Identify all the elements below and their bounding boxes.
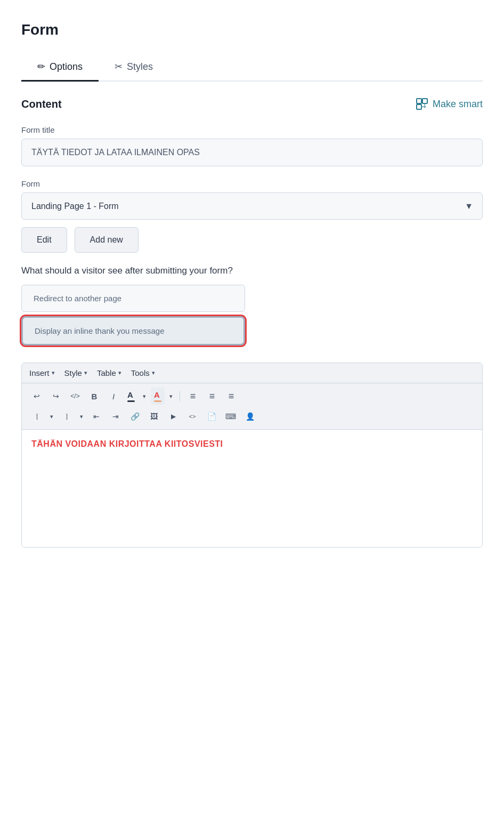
tab-styles[interactable]: ✂ Styles [99, 54, 169, 82]
embed-code-button[interactable]: <> [184, 408, 201, 425]
menu-style[interactable]: Style ▾ [64, 368, 87, 377]
content-header: Content Make smart [21, 98, 483, 110]
video-button[interactable]: ▶ [165, 408, 182, 425]
tools-arrow: ▾ [152, 369, 155, 376]
form-title-input[interactable] [21, 139, 483, 166]
bold-button[interactable]: B [86, 388, 103, 405]
tab-options-label: Options [50, 61, 83, 73]
editor-menubar: Insert ▾ Style ▾ Table ▾ Tools ▾ [22, 363, 482, 383]
ul-arrow[interactable]: ▾ [47, 408, 56, 425]
toolbar-row-1: ↩ ↪ </> B I A ▾ A ▾ ≡ ≡ [28, 388, 476, 405]
font-color-button[interactable]: A [124, 388, 138, 405]
file-button[interactable]: 📄 [203, 408, 220, 425]
editor-content[interactable]: TÄHÄN VOIDAAN KIRJOITTAA KIITOSVIESTI [22, 430, 482, 547]
link-button[interactable]: 🔗 [126, 408, 143, 425]
tab-styles-label: Styles [127, 61, 153, 73]
redo-button[interactable]: ↪ [47, 388, 64, 405]
italic-button[interactable]: I [105, 388, 122, 405]
page-title: Form [21, 21, 483, 38]
form-title-label: Form title [21, 125, 483, 134]
svg-rect-2 [417, 104, 421, 109]
table-arrow: ▾ [118, 369, 121, 376]
insert-arrow: ▾ [52, 369, 55, 376]
editor-text: TÄHÄN VOIDAAN KIRJOITTAA KIITOSVIESTI [31, 439, 473, 449]
svg-rect-1 [422, 99, 427, 103]
options-icon: ✏ [37, 61, 45, 73]
ordered-list-button[interactable]: ⁞ [58, 408, 75, 425]
after-submit-section: What should a visitor see after submitti… [21, 266, 483, 350]
tab-options[interactable]: ✏ Options [21, 54, 99, 82]
inline-option-label: Display an inline thank you message [35, 326, 164, 335]
form-select-wrapper: Landing Page 1 - Form Landing Page Form … [21, 192, 483, 220]
tabs-container: ✏ Options ✂ Styles [21, 54, 483, 82]
svg-rect-0 [417, 99, 421, 103]
make-smart-label: Make smart [433, 99, 483, 110]
highlight-arrow[interactable]: ▾ [167, 388, 175, 405]
redirect-option[interactable]: Redirect to another page [21, 285, 245, 312]
form-buttons: Edit Add new [21, 227, 483, 253]
form-select[interactable]: Landing Page 1 - Form Landing Page Form … [21, 192, 483, 220]
unordered-list-button[interactable]: ⁞ [28, 408, 45, 425]
styles-icon: ✂ [115, 61, 123, 73]
align-center-button[interactable]: ≡ [204, 388, 221, 405]
form-select-label: Form [21, 179, 483, 188]
image-button[interactable]: 🖼 [145, 408, 162, 425]
menu-insert[interactable]: Insert ▾ [29, 368, 55, 377]
content-label: Content [21, 98, 62, 110]
highlight-button[interactable]: A [151, 388, 165, 405]
menu-tools[interactable]: Tools ▾ [131, 368, 155, 377]
radio-options: Redirect to another page Display an inli… [21, 285, 245, 350]
person-button[interactable]: 👤 [241, 408, 258, 425]
outdent-button[interactable]: ⇤ [88, 408, 105, 425]
menu-table[interactable]: Table ▾ [97, 368, 121, 377]
make-smart-icon [416, 98, 428, 110]
align-left-button[interactable]: ≡ [184, 388, 201, 405]
ol-arrow[interactable]: ▾ [77, 408, 86, 425]
make-smart-button[interactable]: Make smart [416, 98, 483, 110]
font-color-arrow[interactable]: ▾ [140, 388, 149, 405]
code-view-button[interactable]: </> [67, 388, 84, 405]
toolbar-divider-1 [180, 391, 180, 401]
after-submit-question: What should a visitor see after submitti… [21, 266, 483, 276]
inline-option[interactable]: Display an inline thank you message [21, 316, 245, 345]
add-new-button[interactable]: Add new [75, 227, 139, 253]
style-arrow: ▾ [84, 369, 87, 376]
redirect-option-label: Redirect to another page [34, 294, 121, 303]
indent-button[interactable]: ⇥ [107, 408, 124, 425]
highlight-a: A [154, 390, 160, 399]
font-color-underline [127, 400, 135, 402]
edit-button[interactable]: Edit [21, 227, 67, 253]
form-title-field: Form title [21, 125, 483, 166]
editor-toolbar: ↩ ↪ </> B I A ▾ A ▾ ≡ ≡ [22, 383, 482, 430]
font-color-a: A [127, 390, 133, 399]
undo-button[interactable]: ↩ [28, 388, 45, 405]
align-right-button[interactable]: ≡ [223, 388, 240, 405]
toolbar-row-2: ⁞ ▾ ⁞ ▾ ⇤ ⇥ 🔗 🖼 ▶ <> 📄 ⌨ 👤 [28, 408, 476, 425]
form-select-field: Form Landing Page 1 - Form Landing Page … [21, 179, 483, 253]
rich-text-editor: Insert ▾ Style ▾ Table ▾ Tools ▾ ↩ ↪ </>… [21, 363, 483, 548]
special-char-button[interactable]: ⌨ [222, 408, 239, 425]
highlight-underline [154, 400, 161, 402]
